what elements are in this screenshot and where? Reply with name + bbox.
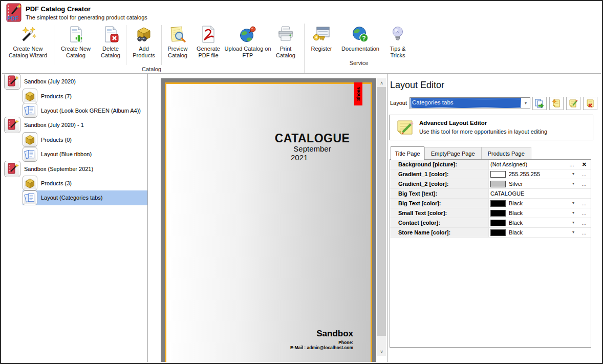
tree-item-label: Layout (Blue ribbon) xyxy=(41,151,92,157)
note-delete-icon xyxy=(585,98,595,109)
products-icon xyxy=(23,176,37,190)
tree-item-products-1[interactable]: Products (7) xyxy=(23,89,147,103)
property-row-small-text-color[interactable]: Small Text [color]: Black ▾ … xyxy=(390,208,591,218)
layout-selector-row: Layout Categories tabs ▾ xyxy=(390,97,599,111)
delete-catalog-button[interactable]: Delete Catalog xyxy=(96,24,125,59)
create-new-catalog-wizard-button[interactable]: Create New Catalog Wizard xyxy=(3,24,53,59)
tree-item-label: Products (3) xyxy=(41,180,72,186)
layout-icon xyxy=(23,103,37,118)
toolbar-group-label-catalog: Catalog xyxy=(3,66,300,72)
printer-icon xyxy=(276,25,295,44)
tab-products-page[interactable]: Products Page xyxy=(482,147,531,159)
layout-icon xyxy=(23,147,37,162)
property-value: Black xyxy=(509,210,523,216)
property-value: Black xyxy=(509,220,523,226)
note-pencil-icon xyxy=(396,118,415,137)
page-delete-icon xyxy=(101,25,120,44)
tree-item-layout-2[interactable]: Layout (Blue ribbon) xyxy=(23,147,147,161)
color-swatch xyxy=(490,229,506,236)
property-value: CATALOGUE xyxy=(490,190,524,197)
property-row-store-name-color[interactable]: Store Name [color]: Black ▾ … xyxy=(390,228,591,238)
print-catalog-button[interactable]: Print Catalog xyxy=(271,24,300,59)
browse-picture-button[interactable]: … xyxy=(569,162,574,167)
scroll-down-icon[interactable]: ∨ xyxy=(377,347,386,356)
toolbar-separator xyxy=(126,25,126,65)
color-picker-button[interactable]: … xyxy=(582,230,587,235)
catalog-preview-area: Shoes CATALOGUE September 2021 Sandbox P… xyxy=(148,74,387,362)
color-dropdown-button[interactable]: ▾ xyxy=(572,220,574,225)
main-toolbar: Create New Catalog Wizard Create New Cat… xyxy=(3,24,600,73)
catalog-icon xyxy=(4,117,20,133)
copy-layout-button[interactable] xyxy=(532,97,547,110)
tree-item-label: Sandbox (July 2020) - 1 xyxy=(24,122,84,128)
property-value: Silver xyxy=(509,181,523,187)
pdf-page-icon xyxy=(199,25,218,44)
clear-picture-button[interactable]: ✕ xyxy=(582,161,587,168)
create-new-catalog-button[interactable]: Create New Catalog xyxy=(55,24,96,59)
add-products-button[interactable]: Add Products xyxy=(127,24,160,59)
edit-layout-button[interactable] xyxy=(566,97,580,110)
tips-tricks-button[interactable]: Tips & Tricks xyxy=(384,24,411,59)
color-swatch xyxy=(490,181,506,187)
magic-wand-icon xyxy=(19,25,37,44)
property-row-background[interactable]: Background [picture]: (Not Assigned) … ✕ xyxy=(390,160,591,169)
tree-item-catalog-2[interactable]: Sandbox (July 2020) - 1 xyxy=(4,118,147,132)
property-value: (Not Assigned) xyxy=(490,161,527,167)
color-dropdown-button[interactable]: ▾ xyxy=(572,210,574,215)
svg-text:PDF: PDF xyxy=(7,15,18,22)
color-dropdown-button[interactable]: ▾ xyxy=(572,172,574,176)
scroll-up-icon[interactable]: ∧ xyxy=(377,78,386,87)
tree-item-label: Products (0) xyxy=(41,137,72,143)
color-picker-button[interactable]: … xyxy=(582,172,587,177)
tree-item-label: Sandbox (September 2021) xyxy=(24,166,93,172)
tab-title-page[interactable]: Title Page xyxy=(391,146,424,160)
property-value: Black xyxy=(509,229,523,235)
color-picker-button[interactable]: … xyxy=(582,181,587,187)
layout-editor-title: Layout Editor xyxy=(390,80,444,91)
page-plus-icon xyxy=(67,25,85,44)
preview-catalog-button[interactable]: Preview Catalog xyxy=(163,24,192,59)
property-row-big-text-color[interactable]: Big Text [color]: Black ▾ … xyxy=(390,199,591,208)
color-dropdown-button[interactable]: ▾ xyxy=(572,201,574,205)
color-dropdown-button[interactable]: ▾ xyxy=(572,181,574,186)
color-dropdown-button[interactable]: ▾ xyxy=(572,230,574,234)
generate-pdf-button[interactable]: Generate PDF file xyxy=(192,24,224,59)
toolbar-group-catalog: Create New Catalog Wizard Create New Cat… xyxy=(3,24,300,73)
tree-item-catalog-3[interactable]: Sandbox (September 2021) xyxy=(4,161,147,176)
color-picker-button[interactable]: … xyxy=(582,201,587,206)
property-row-big-text[interactable]: Big Text [text]: CATALOGUE xyxy=(390,189,591,199)
property-row-contact-color[interactable]: Contact [color]: Black ▾ … xyxy=(390,218,591,228)
color-picker-button[interactable]: … xyxy=(582,220,587,226)
light-bulb-icon xyxy=(389,25,407,44)
page-frame: Shoes CATALOGUE September 2021 Sandbox P… xyxy=(161,78,376,362)
tree-item-layout-1[interactable]: Layout (Look Book GREEN (Album A4)) xyxy=(23,103,147,118)
layout-combobox[interactable]: Categories tabs ▾ xyxy=(410,97,530,109)
property-row-gradient-1[interactable]: Gradient_1 [color]: 255.255.255 ▾ … xyxy=(390,169,591,179)
chevron-down-icon[interactable]: ▾ xyxy=(522,98,530,109)
note-edit-icon xyxy=(568,98,578,109)
tree-item-products-2[interactable]: Products (0) xyxy=(23,133,147,147)
tab-emptypage-page[interactable]: EmptyPage Page xyxy=(424,147,482,159)
scrollbar-thumb[interactable] xyxy=(377,87,386,336)
property-row-gradient-2[interactable]: Gradient_2 [color]: Silver ▾ … xyxy=(390,179,591,189)
upload-catalog-ftp-button[interactable]: Upload Catalog on FTP xyxy=(224,24,271,59)
documentation-button[interactable]: ? Documentation xyxy=(336,24,384,52)
color-picker-button[interactable]: … xyxy=(582,210,587,216)
phone-text: Phone: xyxy=(290,340,353,345)
register-button[interactable]: Register xyxy=(307,24,336,52)
email-text: E-Mail : admin@localhost.com xyxy=(290,345,353,350)
delete-layout-button[interactable] xyxy=(583,97,597,110)
toolbar-separator xyxy=(54,25,54,65)
tree-item-catalog-1[interactable]: Sandbox (July 2020) xyxy=(4,74,147,89)
new-layout-button[interactable] xyxy=(549,97,564,110)
layout-editor-panel: Layout Editor Layout Categories tabs ▾ xyxy=(387,74,601,362)
tree-item-layout-3-selected[interactable]: Layout (Categories tabs) xyxy=(23,190,147,205)
tree-item-products-3[interactable]: Products (3) xyxy=(23,176,147,190)
tree-item-label: Sandbox (July 2020) xyxy=(24,78,76,84)
toolbar-separator xyxy=(161,25,162,65)
advanced-editor-subtitle: Use this tool for more opportunities in … xyxy=(419,129,547,135)
preview-scrollbar[interactable]: ∧ ∨ xyxy=(377,78,386,356)
toolbar-group-service: Register ? Documentation xyxy=(304,24,411,73)
advanced-layout-editor-banner[interactable]: Advanced Layout Editor Use this tool for… xyxy=(389,115,593,140)
globe-help-icon: ? xyxy=(351,25,370,44)
